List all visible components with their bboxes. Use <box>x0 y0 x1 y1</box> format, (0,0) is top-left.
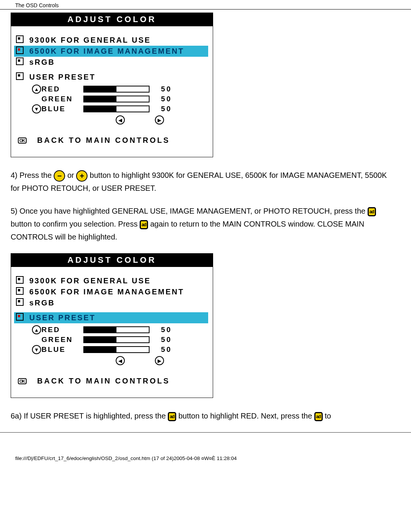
ok-button-icon: ad <box>368 207 376 216</box>
osd-item-label: 9300K FOR GENERAL USE <box>25 36 151 45</box>
checkbox-icon <box>14 276 25 286</box>
osd-body: 9300K FOR GENERAL USE 6500K FOR IMAGE MA… <box>11 26 213 157</box>
rgb-value: 50 <box>161 85 176 93</box>
ok-button-icon: ad <box>140 220 148 229</box>
osd-item-9300k[interactable]: 9300K FOR GENERAL USE <box>14 35 208 46</box>
rgb-value: 50 <box>161 345 176 354</box>
osd-item-label: sRGB <box>25 58 55 67</box>
slider-green[interactable] <box>83 96 150 102</box>
text: or <box>67 171 76 179</box>
rgb-value: 50 <box>161 335 176 344</box>
checkbox-icon <box>14 35 25 45</box>
osd-item-label: USER PRESET <box>25 313 96 322</box>
rgb-block: ▲ RED 50 GREEN 50 ▼ BLUE 50 <box>14 323 208 365</box>
ok-button-icon: ad <box>314 412 323 421</box>
checkbox-icon <box>14 313 25 323</box>
checkbox-icon <box>14 46 25 56</box>
page-footer: file:///D|/EDFU/crt_17_6/edoc/english/OS… <box>0 433 411 464</box>
rgb-row-blue: ▼ BLUE 50 <box>32 104 208 114</box>
checkbox-icon <box>14 72 25 82</box>
step-5: 5) Once you have highlighted GENERAL USE… <box>11 204 396 243</box>
rgb-row-green: GREEN 50 <box>32 335 208 345</box>
osd-item-6500k[interactable]: 6500K FOR IMAGE MANAGEMENT <box>14 286 208 297</box>
osd-item-label: USER PRESET <box>25 73 96 81</box>
osd-title: ADJUST COLOR <box>11 13 213 26</box>
rgb-value: 50 <box>161 105 176 113</box>
step-6a: 6a) If USER PRESET is highlighted, press… <box>11 409 396 422</box>
rgb-row-red: ▲ RED 50 <box>32 84 208 94</box>
osd-item-user-preset[interactable]: USER PRESET <box>14 312 208 323</box>
up-arrow-icon[interactable]: ▲ <box>32 325 41 334</box>
osd-item-label: sRGB <box>25 299 55 307</box>
slider-green[interactable] <box>83 336 150 343</box>
text: button to highlight RED. Next, press the <box>178 412 314 420</box>
osd-body: 9300K FOR GENERAL USE 6500K FOR IMAGE MA… <box>11 267 213 398</box>
rgb-value: 50 <box>161 326 176 334</box>
rgb-row-green: GREEN 50 <box>32 94 208 104</box>
checkbox-icon <box>14 298 25 308</box>
osd-item-label: 9300K FOR GENERAL USE <box>25 276 151 285</box>
rgb-name: BLUE <box>41 105 83 113</box>
osd-panel-2: ADJUST COLOR 9300K FOR GENERAL USE 6500K… <box>11 253 213 398</box>
nav-arrows: ◀ ▶ <box>101 355 179 365</box>
osd-item-label: 6500K FOR IMAGE MANAGEMENT <box>25 47 184 56</box>
osd-item-srgb[interactable]: sRGB <box>14 297 208 308</box>
text: 6a) If USER PRESET is highlighted, press… <box>11 412 168 420</box>
slider-blue[interactable] <box>83 346 150 353</box>
page-header: The OSD Controls <box>0 0 411 9</box>
rgb-row-red: ▲ RED 50 <box>32 325 208 335</box>
text: 4) Press the <box>11 171 54 179</box>
down-arrow-icon[interactable]: ▼ <box>32 345 41 354</box>
down-arrow-icon[interactable]: ▼ <box>32 104 41 113</box>
slider-red[interactable] <box>83 86 150 93</box>
right-arrow-icon[interactable]: ▶ <box>155 115 164 125</box>
slider-blue[interactable] <box>83 105 150 112</box>
ok-button-icon: ad <box>168 412 176 421</box>
rgb-name: RED <box>41 326 83 334</box>
minus-button-icon: − <box>54 170 65 182</box>
ok-icon: OK <box>18 378 27 384</box>
osd-item-srgb[interactable]: sRGB <box>14 57 208 68</box>
osd-item-6500k[interactable]: 6500K FOR IMAGE MANAGEMENT <box>14 46 208 57</box>
osd-title: ADJUST COLOR <box>11 254 213 267</box>
ok-icon: OK <box>18 137 27 144</box>
left-arrow-icon[interactable]: ◀ <box>116 356 125 365</box>
osd-item-label: 6500K FOR IMAGE MANAGEMENT <box>25 288 184 296</box>
rgb-value: 50 <box>161 95 176 103</box>
right-arrow-icon[interactable]: ▶ <box>155 356 164 365</box>
plus-button-icon: + <box>76 170 88 182</box>
rgb-name: GREEN <box>41 95 83 103</box>
osd-item-9300k[interactable]: 9300K FOR GENERAL USE <box>14 275 208 286</box>
back-label: BACK TO MAIN CONTROLS <box>33 377 170 385</box>
text: to <box>325 412 331 420</box>
content: ADJUST COLOR 9300K FOR GENERAL USE 6500K… <box>0 10 411 422</box>
text: 5) Once you have highlighted GENERAL USE… <box>11 207 368 215</box>
step-4: 4) Press the − or + button to highlight … <box>11 169 396 195</box>
rgb-block: ▲ RED 50 GREEN 50 ▼ BLUE 50 <box>14 83 208 125</box>
nav-arrows: ◀ ▶ <box>101 114 179 125</box>
rgb-name: BLUE <box>41 345 83 354</box>
rgb-name: GREEN <box>41 335 83 344</box>
left-arrow-icon[interactable]: ◀ <box>116 115 125 125</box>
back-label: BACK TO MAIN CONTROLS <box>33 136 170 145</box>
osd-item-user-preset[interactable]: USER PRESET <box>14 72 208 83</box>
rgb-row-blue: ▼ BLUE 50 <box>32 345 208 355</box>
osd-footer[interactable]: OK BACK TO MAIN CONTROLS <box>14 365 208 395</box>
osd-panel-1: ADJUST COLOR 9300K FOR GENERAL USE 6500K… <box>11 13 213 157</box>
checkbox-icon <box>14 287 25 297</box>
rgb-name: RED <box>41 85 83 93</box>
checkbox-icon <box>14 58 25 67</box>
slider-red[interactable] <box>83 326 150 333</box>
osd-footer[interactable]: OK BACK TO MAIN CONTROLS <box>14 125 208 155</box>
up-arrow-icon[interactable]: ▲ <box>32 85 41 94</box>
text: button to confirm you selection. Press <box>11 220 140 228</box>
